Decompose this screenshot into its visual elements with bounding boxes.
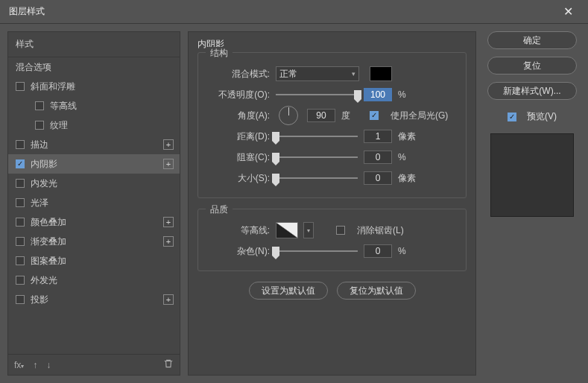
- sidebar-item-label: 光泽: [31, 197, 48, 209]
- choke-label: 阻塞(C):: [207, 151, 270, 164]
- blend-mode-select[interactable]: 正常 ▾: [276, 66, 359, 81]
- angle-dial[interactable]: [279, 106, 298, 125]
- preview-box: [490, 133, 574, 217]
- sidebar-item-3[interactable]: 描边+: [8, 135, 180, 154]
- window-title: 图层样式: [9, 5, 45, 18]
- sidebar-blend-options[interactable]: 混合选项: [8, 57, 180, 77]
- structure-legend: 结构: [206, 47, 233, 60]
- contour-dropdown[interactable]: ▾: [303, 222, 314, 238]
- noise-input[interactable]: 0: [364, 244, 392, 258]
- noise-label: 杂色(N):: [207, 245, 270, 258]
- sidebar-item-label: 颜色叠加: [31, 216, 66, 229]
- add-effect-icon[interactable]: +: [163, 217, 174, 227]
- ok-button[interactable]: 确定: [487, 31, 577, 49]
- styles-sidebar: 样式 混合选项 斜面和浮雕等高线纹理描边+内阴影+内发光光泽颜色叠加+渐变叠加+…: [7, 31, 180, 376]
- contour-label: 等高线:: [207, 224, 270, 237]
- arrow-down-icon[interactable]: ↓: [46, 360, 51, 370]
- sidebar-item-label: 混合选项: [16, 61, 51, 74]
- angle-input[interactable]: 90: [307, 109, 335, 122]
- quality-legend: 品质: [206, 203, 233, 216]
- sidebar-item-label: 描边: [31, 139, 48, 151]
- opacity-unit: %: [398, 89, 420, 100]
- distance-slider[interactable]: [276, 131, 358, 142]
- close-button[interactable]: ✕: [557, 1, 579, 22]
- style-checkbox[interactable]: [35, 101, 44, 110]
- style-checkbox[interactable]: [16, 82, 25, 91]
- add-effect-icon[interactable]: +: [163, 139, 174, 150]
- blend-mode-row: 混合模式: 正常 ▾: [207, 63, 457, 84]
- angle-row: 角度(A): 90 度 使用全局光(G): [207, 105, 457, 126]
- noise-slider[interactable]: [276, 246, 358, 256]
- color-swatch[interactable]: [370, 66, 392, 81]
- distance-unit: 像素: [398, 130, 420, 143]
- size-input[interactable]: 0: [364, 171, 392, 185]
- sidebar-item-5[interactable]: 内发光: [8, 174, 180, 193]
- size-label: 大小(S):: [207, 172, 270, 185]
- opacity-input[interactable]: 100: [364, 88, 392, 101]
- sidebar-header: 样式: [8, 32, 180, 57]
- right-column: 确定 复位 新建样式(W)... 预览(V): [484, 31, 581, 376]
- preview-label: 预览(V): [527, 110, 557, 123]
- sidebar-item-label: 纹理: [50, 119, 68, 132]
- sidebar-item-7[interactable]: 颜色叠加+: [8, 212, 180, 232]
- sidebar-item-label: 内阴影: [31, 158, 57, 171]
- choke-slider[interactable]: [276, 152, 358, 162]
- size-slider[interactable]: [276, 173, 358, 183]
- opacity-slider[interactable]: [276, 89, 358, 100]
- style-checkbox[interactable]: [16, 237, 25, 246]
- sidebar-item-label: 外发光: [31, 274, 57, 287]
- opacity-row: 不透明度(O): 100 %: [207, 84, 457, 105]
- antialias-label: 消除锯齿(L): [357, 224, 404, 237]
- sidebar-item-2[interactable]: 纹理: [8, 115, 180, 135]
- make-default-button[interactable]: 设置为默认值: [249, 282, 328, 300]
- sidebar-item-1[interactable]: 等高线: [8, 96, 180, 115]
- choke-row: 阻塞(C): 0 %: [207, 147, 457, 168]
- sidebar-item-11[interactable]: 投影+: [8, 290, 180, 309]
- choke-input[interactable]: 0: [364, 151, 392, 164]
- add-effect-icon[interactable]: +: [163, 236, 174, 247]
- sidebar-item-label: 渐变叠加: [31, 235, 66, 248]
- style-checkbox[interactable]: [16, 276, 25, 285]
- titlebar: 图层样式 ✕: [0, 0, 588, 24]
- style-checkbox[interactable]: [16, 140, 25, 149]
- style-checkbox[interactable]: [16, 218, 25, 227]
- style-checkbox[interactable]: [16, 179, 25, 188]
- style-checkbox[interactable]: [16, 295, 25, 304]
- fx-menu-button[interactable]: fx▾: [14, 360, 24, 370]
- quality-fieldset: 品质 等高线: ▾ 消除锯齿(L) 杂色(N): 0 %: [197, 209, 467, 271]
- sidebar-item-9[interactable]: 图案叠加: [8, 251, 180, 270]
- contour-picker[interactable]: [276, 222, 298, 238]
- antialias-checkbox[interactable]: [336, 226, 345, 235]
- sidebar-item-10[interactable]: 外发光: [8, 270, 180, 290]
- trash-icon[interactable]: [163, 358, 174, 371]
- preview-row: 预览(V): [508, 110, 557, 123]
- global-light-checkbox[interactable]: [370, 111, 379, 120]
- choke-unit: %: [398, 152, 420, 162]
- sidebar-item-0[interactable]: 斜面和浮雕: [8, 77, 180, 96]
- cancel-button[interactable]: 复位: [487, 57, 577, 75]
- arrow-up-icon[interactable]: ↑: [33, 360, 37, 370]
- sidebar-item-4[interactable]: 内阴影+: [8, 154, 180, 174]
- style-checkbox[interactable]: [16, 198, 25, 207]
- preview-checkbox[interactable]: [508, 113, 516, 121]
- panel-title: 内阴影: [197, 38, 467, 51]
- style-checkbox[interactable]: [16, 159, 25, 168]
- sidebar-item-label: 等高线: [50, 100, 77, 113]
- size-row: 大小(S): 0 像素: [207, 168, 457, 189]
- add-effect-icon[interactable]: +: [163, 294, 174, 305]
- distance-input[interactable]: 1: [364, 130, 392, 143]
- sidebar-item-8[interactable]: 渐变叠加+: [8, 232, 180, 251]
- style-checkbox[interactable]: [35, 121, 44, 130]
- reset-default-button[interactable]: 复位为默认值: [337, 282, 416, 300]
- add-effect-icon[interactable]: +: [163, 159, 174, 169]
- contour-row: 等高线: ▾ 消除锯齿(L): [207, 220, 457, 241]
- new-style-button[interactable]: 新建样式(W)...: [487, 82, 577, 100]
- sidebar-item-label: 内发光: [31, 177, 57, 190]
- global-light-label: 使用全局光(G): [391, 110, 448, 122]
- sidebar-item-label: 斜面和浮雕: [31, 80, 75, 93]
- sidebar-item-6[interactable]: 光泽: [8, 193, 180, 212]
- distance-label: 距离(D):: [207, 130, 270, 143]
- opacity-label: 不透明度(O):: [207, 89, 270, 101]
- style-checkbox[interactable]: [16, 256, 25, 265]
- structure-fieldset: 结构 混合模式: 正常 ▾ 不透明度(O): 100 % 角度(A):: [197, 52, 467, 198]
